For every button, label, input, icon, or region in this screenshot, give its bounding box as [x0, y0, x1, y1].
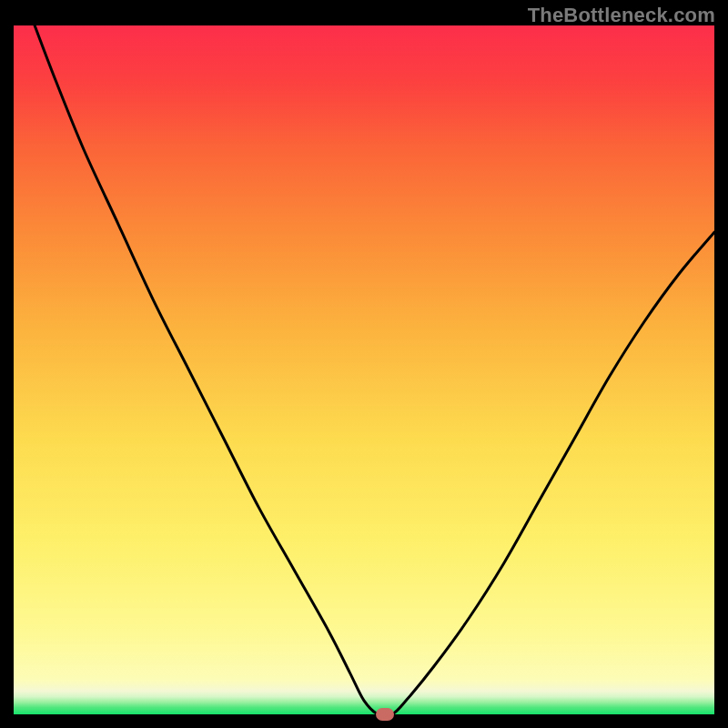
- watermark-text: TheBottleneck.com: [528, 4, 715, 27]
- chart-frame: TheBottleneck.com: [0, 0, 728, 728]
- bottleneck-curve: [14, 25, 714, 714]
- optimum-marker: [376, 708, 394, 721]
- curve-path: [35, 25, 714, 714]
